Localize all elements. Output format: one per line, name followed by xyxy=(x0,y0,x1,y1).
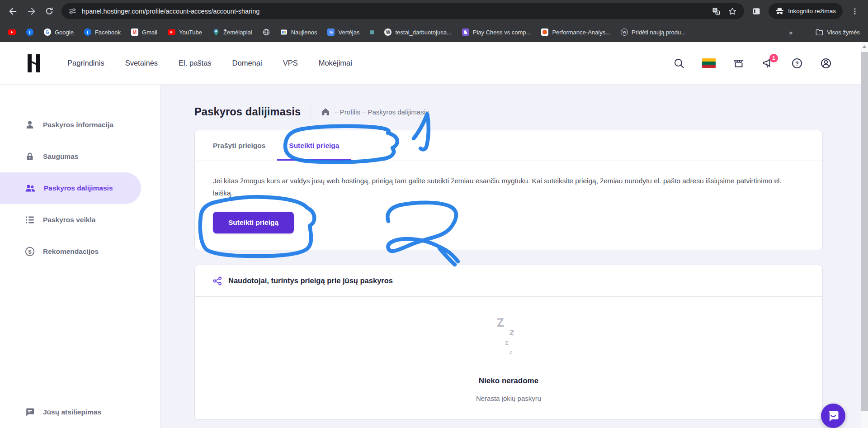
translate-favicon: G xyxy=(327,29,335,36)
bookmarks-separator xyxy=(805,27,805,37)
lock-icon xyxy=(25,152,35,162)
language-selector[interactable] xyxy=(702,58,716,68)
bookmark-google[interactable]: GGoogle xyxy=(44,29,74,36)
sleep-z: z xyxy=(505,338,509,347)
youtube-icon xyxy=(168,29,175,35)
breadcrumb-text: – Profilis – Paskyros dalijimasis xyxy=(334,108,429,116)
tab-grant-access[interactable]: Suteikti prieigą xyxy=(277,130,351,161)
nav-item-svetaines[interactable]: Svetainės xyxy=(125,59,158,67)
bookmark-misc[interactable] xyxy=(370,30,374,34)
empty-state-subtitle: Nerasta jokių paskyrų xyxy=(195,395,822,402)
back-icon xyxy=(8,6,18,16)
sidebar-item-label: Saugumas xyxy=(43,152,78,161)
bookmark-youtube-2[interactable]: YouTube xyxy=(168,29,202,36)
maps-pin-icon xyxy=(212,29,220,36)
notifications-button[interactable]: 1 xyxy=(762,57,774,69)
account-button[interactable] xyxy=(820,57,832,69)
nav-item-el-pastas[interactable]: El. paštas xyxy=(179,59,211,67)
facebook-icon: f xyxy=(84,29,91,36)
home-icon[interactable] xyxy=(321,107,330,116)
news-icon xyxy=(280,29,288,36)
help-button[interactable]: ? xyxy=(791,57,803,69)
bookmark-maps[interactable]: Žemėlapiai xyxy=(212,29,252,36)
scrollbar-up-arrow[interactable] xyxy=(863,45,866,48)
nav-item-domenai[interactable]: Domenai xyxy=(232,59,262,67)
breadcrumb: – Profilis – Paskyros dalijimasis xyxy=(321,107,429,116)
grant-access-description: Jei kitas žmogus kurs ar valdys jūsų web… xyxy=(213,175,792,199)
chess-icon: ♞ xyxy=(462,29,469,36)
main-nav: Pagrindinis Svetainės El. paštas Domenai… xyxy=(67,59,352,67)
wordpress-icon: W xyxy=(384,29,392,36)
people-icon xyxy=(25,183,36,193)
all-bookmarks-button[interactable]: Visos žymės xyxy=(816,29,860,36)
sidebar-item-label: Rekomendacijos xyxy=(43,247,99,256)
page-scrollbar[interactable] xyxy=(861,42,868,428)
url-text[interactable]: hpanel.hostinger.com/profile/account-acc… xyxy=(82,8,706,15)
browser-menu-button[interactable] xyxy=(846,3,863,20)
access-tabs: Prašyti prieigos Suteikti prieigą xyxy=(195,130,822,161)
browser-toolbar: hpanel.hostinger.com/profile/account-acc… xyxy=(0,0,868,22)
translate-icon[interactable]: GA xyxy=(712,7,721,16)
store-button[interactable] xyxy=(733,57,745,69)
grant-access-button[interactable]: Suteikti prieigą xyxy=(213,212,294,233)
bookmark-chess[interactable]: ♞Play Chess vs comp... xyxy=(462,29,531,36)
performance-icon xyxy=(541,29,548,36)
nav-item-vps[interactable]: VPS xyxy=(283,59,298,67)
globe-icon xyxy=(263,29,270,36)
bookmark-news[interactable]: Naujienos xyxy=(280,29,317,36)
sidebar-item-account-info[interactable]: Paskyros informacija xyxy=(0,109,141,141)
incognito-icon xyxy=(775,7,784,15)
page-title: Paskyros dalijimasis xyxy=(194,106,301,118)
tune-icon[interactable] xyxy=(69,7,76,15)
bookmark-translate[interactable]: GVertėjas xyxy=(327,29,359,36)
bookmark-facebook[interactable]: f xyxy=(26,29,33,36)
sidebar-item-account-activity[interactable]: Paskyros veikla xyxy=(0,204,141,236)
hostinger-logo[interactable] xyxy=(25,53,43,73)
chat-widget-button[interactable] xyxy=(821,404,845,428)
hpanel-header: Pagrindinis Svetainės El. paštas Domenai… xyxy=(0,42,868,85)
profile-sidebar: Paskyros informacija Saugumas Paskyros d… xyxy=(0,85,160,428)
sleep-z: Z xyxy=(496,315,505,330)
bookmark-performance[interactable]: Performance-Analys... xyxy=(541,29,610,36)
person-icon xyxy=(25,120,35,130)
bookmarks-bar: f GGoogle fFacebook MGmail YouTube Žemėl… xyxy=(0,22,868,42)
browser-forward-button[interactable] xyxy=(23,3,40,20)
feedback-bubble-icon xyxy=(25,407,35,417)
browser-back-button[interactable] xyxy=(5,3,22,20)
svg-text:$: $ xyxy=(28,249,32,255)
users-card-title: Naudotojai, turintys prieigą prie jūsų p… xyxy=(228,276,393,285)
bookmark-globe[interactable] xyxy=(263,29,270,36)
bookmark-wordpress-site[interactable]: Wtestai_darbuotojusa... xyxy=(384,29,451,36)
bookmarks-overflow-button[interactable]: » xyxy=(787,29,794,36)
svg-text:?: ? xyxy=(795,60,799,67)
sidebar-item-account-sharing[interactable]: Paskyros dalijimasis xyxy=(0,172,141,204)
scrollbar-thumb[interactable] xyxy=(861,52,868,411)
address-bar[interactable]: hpanel.hostinger.com/profile/account-acc… xyxy=(61,3,744,19)
nav-item-pagrindinis[interactable]: Pagrindinis xyxy=(67,59,104,67)
main-content: Paskyros dalijimasis – Profilis – Paskyr… xyxy=(160,85,868,428)
share-icon xyxy=(213,276,222,285)
feedback-button[interactable]: Jūsų atsiliepimas xyxy=(25,407,101,417)
nav-item-mokejimai[interactable]: Mokėjimai xyxy=(319,59,352,67)
sidebar-item-referrals[interactable]: $ Rekomendacijos xyxy=(0,236,141,267)
sleep-z: z xyxy=(509,349,512,355)
dollar-icon: $ xyxy=(25,247,35,257)
sidebar-item-security[interactable]: Saugumas xyxy=(0,141,141,172)
tab-request-access[interactable]: Prašyti prieigos xyxy=(201,130,277,161)
chat-bubble-icon xyxy=(826,409,840,423)
browser-refresh-button[interactable] xyxy=(41,3,58,20)
search-button[interactable] xyxy=(673,57,685,69)
bookmark-youtube[interactable] xyxy=(8,29,16,35)
svg-text:A: A xyxy=(717,11,719,14)
help-icon: ? xyxy=(791,57,803,69)
sidebar-item-label: Paskyros dalijimasis xyxy=(44,184,113,192)
sidebar-item-label: Paskyros veikla xyxy=(43,216,95,224)
bookmark-add-product[interactable]: WPridėti naują produ... xyxy=(621,29,686,36)
bookmark-star-icon[interactable] xyxy=(728,7,737,16)
side-panel-button[interactable] xyxy=(748,3,765,20)
bookmark-facebook-2[interactable]: fFacebook xyxy=(84,29,121,36)
bookmark-gmail[interactable]: MGmail xyxy=(131,29,157,36)
activity-list-icon xyxy=(25,215,35,225)
sidebar-item-label: Paskyros informacija xyxy=(43,121,113,129)
empty-state: Z z z z Nieko neradome Nerasta jokių pas… xyxy=(195,297,822,419)
